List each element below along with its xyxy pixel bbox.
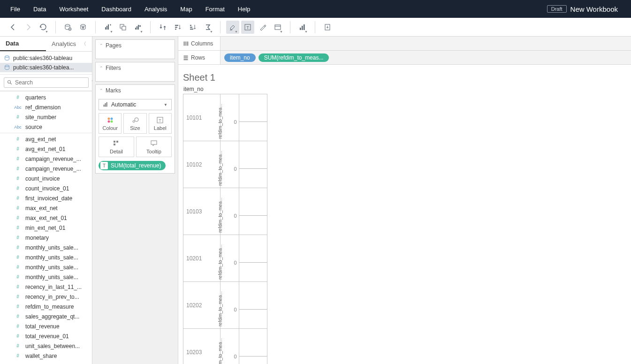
pill-item_no[interactable]: item_no [224,53,256,62]
field-max_ext_net_01[interactable]: max_ext_net_01 [0,213,92,223]
field-first_invoiced_date[interactable]: first_invoiced_date [0,193,92,203]
field-recency_in_last_11_-[interactable]: recency_in_last_11_... [0,282,92,292]
field-site_number[interactable]: site_number [0,112,92,122]
field-count_invoice[interactable]: count_invoice [0,174,92,183]
show-me-button[interactable]: ▼ [296,21,309,34]
text-icon: T [100,162,108,169]
axis-cell: 0refdim_to_mea... [220,141,239,188]
svg-point-35 [110,120,113,122]
search-input[interactable] [4,77,89,88]
field-min_ext_net_01[interactable]: min_ext_net_01 [0,223,92,233]
svg-rect-9 [122,26,126,30]
menu-worksheet[interactable]: Worksheet [53,1,95,17]
pages-card[interactable]: ⌃Pages [95,39,175,59]
detail-icon [113,140,120,147]
svg-rect-5 [105,27,106,30]
datasource-item[interactable]: public:sales360-tablea... [0,63,92,72]
mark-pill-total-revenue[interactable]: TSUM(total_revenue) [99,161,166,170]
svg-rect-23 [302,26,303,30]
rows-shelf[interactable]: Rows item_noSUM(refdim_to_meas... [178,51,631,65]
field-campaign_revenue_-[interactable]: campaign_revenue_... [0,164,92,174]
fields-list: quartersref_dimensionsite_numbersource a… [0,91,92,364]
field-wallet_share[interactable]: wallet_share [0,351,92,361]
number-icon [13,166,23,171]
field-count_invoice_01[interactable]: count_invoice_01 [0,183,92,193]
svg-rect-24 [304,24,305,30]
workbook-name[interactable]: New Workbook [570,5,618,13]
back-button[interactable] [7,21,20,34]
svg-rect-41 [116,141,118,143]
filters-card[interactable]: ⌃Filters [95,62,175,82]
mark-type-selector[interactable]: Automatic▼ [99,99,172,110]
svg-point-2 [81,24,85,26]
duplicate-button[interactable] [116,21,129,34]
bar-cell[interactable] [239,329,267,364]
detail-button[interactable]: Detail [99,136,134,157]
menu-format[interactable]: Format [199,1,231,17]
tooltip-button[interactable]: Tooltip [136,136,172,157]
bar-cell[interactable] [239,235,267,282]
bar-cell[interactable] [239,188,267,235]
svg-rect-22 [300,28,301,30]
menu-help[interactable]: Help [231,1,257,17]
columns-icon [183,41,189,46]
row-header: 10202 [183,282,220,329]
pill-SUM-refdim_to_meas-[interactable]: SUM(refdim_to_meas... [258,53,329,62]
pause-updates-button[interactable] [76,21,90,34]
colour-button[interactable]: Colour [99,113,122,134]
menu-dashboard[interactable]: Dashboard [95,1,138,17]
database-icon [4,55,10,61]
field-refdim_to_measure[interactable]: refdim_to_measure [0,302,92,311]
field-recency_in_prev_to-[interactable]: recency_in_prev_to... [0,292,92,302]
datasource-item[interactable]: public:sales360-tableau [0,53,92,63]
clear-button[interactable]: ▼ [131,21,144,34]
field-max_ext_net[interactable]: max_ext_net [0,203,92,213]
field-ref_dimension[interactable]: ref_dimension [0,102,92,112]
bar-cell[interactable] [239,282,267,329]
field-sales_aggregate_qt-[interactable]: sales_aggregate_qt... [0,311,92,321]
field-monthly_units_sale-[interactable]: monthly_units_sale... [0,272,92,282]
menu-map[interactable]: Map [174,1,198,17]
field-unit_sales_between-[interactable]: unit_sales_between... [0,341,92,351]
menu-data[interactable]: Data [27,1,53,17]
field-quarters[interactable]: quarters [0,92,92,102]
new-worksheet-button[interactable]: ▼ [101,21,114,34]
menu-analysis[interactable]: Analysis [138,1,174,17]
sort-desc-button[interactable] [186,21,199,34]
field-avg_ext_net_01[interactable]: avg_ext_net_01 [0,144,92,154]
field-source[interactable]: source [0,122,92,132]
field-avg_ext_net[interactable]: avg_ext_net [0,134,92,144]
revert-button[interactable]: ▼ [37,21,50,34]
totals-button[interactable]: ▼ [201,21,214,34]
forward-button[interactable] [22,21,35,34]
field-monetary[interactable]: monetary [0,233,92,243]
tab-data[interactable]: Data [0,37,46,51]
menu-file[interactable]: File [4,1,27,17]
number-icon [13,95,23,100]
bar-cell[interactable] [239,141,267,188]
highlight-button[interactable]: ▼ [226,21,239,34]
field-total_revenue[interactable]: total_revenue [0,321,92,331]
sort-asc-button[interactable] [171,21,184,34]
field-campaign_revenue_-[interactable]: campaign_revenue_... [0,154,92,164]
label-button[interactable]: T [241,21,254,34]
bar-cell[interactable] [239,94,267,141]
svg-rect-18 [190,29,193,30]
field-monthly_units_sale-[interactable]: monthly_units_sale... [0,252,92,262]
collapse-pane-icon[interactable]: 〈 [81,40,86,47]
label-button-mark[interactable]: TLabel [149,113,172,134]
size-button[interactable]: Size [123,113,146,134]
columns-shelf[interactable]: Columns [178,37,631,51]
new-datasource-button[interactable] [61,21,75,34]
sheet-title[interactable]: Sheet 1 [183,71,626,86]
viz-grid[interactable]: 101011010210103102011020210203 0refdim_t… [183,94,267,364]
svg-point-26 [5,56,9,58]
tab-analytics[interactable]: Analytics〈 [46,37,92,51]
field-monthly_units_sale-[interactable]: monthly_units_sale... [0,262,92,272]
field-total_revenue_01[interactable]: total_revenue_01 [0,331,92,341]
format-button[interactable] [256,21,269,34]
field-monthly_units_sale-[interactable]: monthly_units_sale... [0,243,92,252]
download-button[interactable] [321,21,334,34]
swap-button[interactable] [156,21,169,34]
fit-button[interactable]: ▼ [271,21,284,34]
